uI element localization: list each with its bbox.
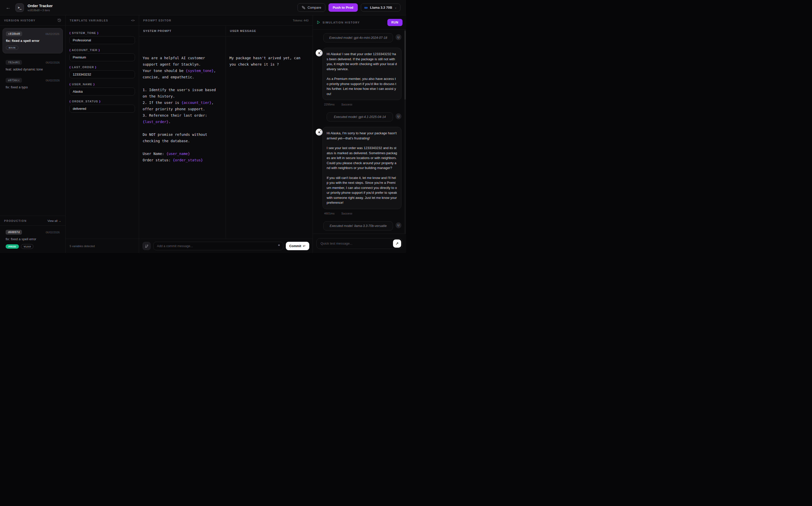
account-tier-field[interactable]	[70, 53, 135, 61]
branch-badge: MAIN	[6, 46, 18, 50]
executed-model-note: Executed model: llama-3.3-70b-versatile	[323, 221, 393, 231]
commit-message-input[interactable]	[154, 242, 283, 250]
user-avatar: U	[396, 34, 401, 40]
token-count: Tokens: 443	[293, 19, 309, 22]
quick-test-bar: ↗	[313, 234, 406, 253]
app-window: ← >_ Order Tracker vc818bd0 • 3 iters Co…	[0, 0, 406, 253]
user-avatar: U	[396, 113, 401, 119]
chevron-down-icon: ⌄	[395, 6, 397, 9]
git-branch-button[interactable]	[142, 242, 151, 250]
variable-label: { LAST_ORDER }	[70, 66, 135, 69]
latency-value: 4601ms	[324, 212, 334, 215]
status-badge: Success	[341, 212, 352, 215]
commit-message: feat: added dynamic tone	[6, 67, 60, 71]
system-prompt-label: SYSTEM PROMPT	[139, 25, 226, 36]
simulation-feed[interactable]: Executed model: gpt-4o-mini-2024-07-18 U…	[313, 29, 406, 234]
executed-model-note: Executed model: gpt-4o-mini-2024-07-18	[323, 33, 393, 43]
executed-model-row: Executed model: gpt-4o-mini-2024-07-18 U	[316, 33, 401, 43]
code-icon[interactable]: <>	[131, 19, 135, 22]
production-item[interactable]: d60897d 06/02/2026 fix: fixed a spell er…	[0, 226, 65, 253]
commit-button[interactable]: Commit ↵	[286, 242, 309, 250]
user-message-label: USER MESSAGE	[226, 25, 313, 36]
template-variables-title: TEMPLATE VARIABLES	[70, 19, 108, 22]
run-button[interactable]: RUN	[387, 19, 403, 26]
template-variables-panel: TEMPLATE VARIABLES <> { SYSTEM_TONE } { …	[66, 15, 139, 253]
assistant-sparkle-avatar: ✦ ✦	[316, 129, 322, 136]
variable-label: { ACCOUNT_TIER }	[70, 49, 135, 52]
send-arrow-icon: ↗	[396, 241, 399, 246]
version-item[interactable]: f82ed61 06/02/2026 feat: added dynamic t…	[0, 60, 65, 71]
template-var-token: {account_tier}	[182, 101, 212, 105]
assistant-response: Hi Alaska, I'm sorry to hear your packag…	[322, 127, 401, 209]
commit-bar: ✦ Commit ↵	[139, 239, 313, 253]
production-title: PRODUCTION	[4, 219, 27, 222]
simulation-history-panel: SIMULATION HISTORY RUN Executed model: g…	[313, 15, 406, 253]
status-badge: Success	[341, 103, 352, 106]
assistant-message-row: ✦ ✦ Hi Alaska! I see that your order 123…	[316, 48, 401, 100]
template-var-token: {last_order}	[143, 120, 169, 124]
page-title: Order Tracker	[27, 4, 53, 8]
run-meta: 2295ms Success	[324, 103, 401, 106]
compare-button[interactable]: Compare	[298, 3, 325, 12]
version-badge: V1.0.0	[21, 244, 33, 249]
last-order-field[interactable]	[70, 71, 135, 78]
commit-message: fix: fixed a spell error	[6, 39, 60, 43]
system-tone-field[interactable]	[70, 36, 135, 44]
system-prompt-editor[interactable]: You are a helpful AI customer support ag…	[139, 36, 226, 182]
model-name: Llama 3.3 70B	[370, 6, 392, 9]
scrollbar-thumb[interactable]	[404, 31, 406, 100]
commit-hash-badge: c818bd0	[6, 31, 22, 36]
commit-date: 06/02/2026	[45, 32, 60, 35]
variable-label: { USER_NAME }	[70, 83, 135, 86]
version-history-panel: VERSION HISTORY c818bd0 06/02/2026 fix: …	[0, 15, 66, 253]
commit-date: 06/02/2026	[46, 61, 60, 64]
executed-model-row: Executed model: llama-3.3-70b-versatile …	[316, 221, 401, 231]
template-var-token: {system_tone}	[186, 69, 214, 73]
order-status-field[interactable]	[70, 105, 135, 112]
commit-message: fix: fixed a spell error	[6, 237, 60, 241]
commit-date: 06/02/2026	[46, 79, 60, 82]
user-message-editor[interactable]: My package hasn't arived yet, can you ch…	[226, 36, 313, 86]
view-all-link[interactable]: View all →	[47, 219, 61, 222]
template-var-token: {user_name}	[167, 152, 190, 156]
variables-detected-status: 5 variables detected	[66, 239, 139, 253]
assistant-message-row: ✦ ✦ Hi Alaska, I'm sorry to hear your pa…	[316, 127, 401, 209]
meta-logo-icon: ∞	[365, 6, 368, 9]
ai-sparkle-icon[interactable]: ✦	[278, 244, 281, 247]
executed-model-note: Executed model: gpt-4.1-2025-04-14	[327, 112, 393, 121]
simulation-history-title: SIMULATION HISTORY	[322, 21, 360, 24]
variable-label: { ORDER_STATUS }	[70, 100, 135, 103]
version-history-title: VERSION HISTORY	[4, 19, 35, 22]
latency-value: 2295ms	[324, 103, 334, 106]
version-item[interactable]: e073dcc 06/02/2026 fix: fixed a typo	[0, 78, 65, 89]
page-subtitle: vc818bd0 • 3 iters	[27, 9, 53, 12]
prompt-editor-title: PROMPT EDITOR	[143, 19, 172, 22]
back-arrow-icon[interactable]: ←	[5, 5, 12, 10]
prompt-editor-panel: PROMPT EDITOR Tokens: 443 SYSTEM PROMPT …	[139, 15, 313, 253]
prod-badge: PROD	[6, 244, 19, 249]
history-icon[interactable]	[58, 18, 61, 22]
quick-test-input[interactable]	[316, 238, 402, 249]
commit-hash-badge: f82ed61	[6, 60, 22, 65]
run-meta: 4601ms Success	[324, 212, 401, 215]
play-icon	[316, 20, 320, 24]
push-to-prod-button[interactable]: Push to Prod	[328, 3, 358, 12]
commit-hash-badge: d60897d	[6, 230, 22, 235]
git-compare-icon	[302, 6, 305, 9]
user-name-field[interactable]	[70, 88, 135, 95]
terminal-icon: >_	[15, 3, 24, 12]
enter-key-icon: ↵	[303, 244, 306, 248]
top-bar: ← >_ Order Tracker vc818bd0 • 3 iters Co…	[0, 0, 406, 15]
send-button[interactable]: ↗	[393, 240, 401, 248]
compare-label: Compare	[307, 6, 321, 9]
assistant-sparkle-avatar: ✦ ✦	[316, 50, 322, 57]
commit-hash-badge: e073dcc	[6, 78, 22, 83]
commit-message: fix: fixed a typo	[6, 85, 60, 89]
version-item-selected[interactable]: c818bd0 06/02/2026 fix: fixed a spell er…	[3, 28, 63, 53]
template-var-token: {order_status}	[173, 158, 203, 162]
user-avatar: U	[396, 222, 401, 228]
executed-model-row: Executed model: gpt-4.1-2025-04-14 U	[316, 112, 401, 121]
variable-label: { SYSTEM_TONE }	[70, 31, 135, 34]
commit-date: 06/02/2026	[46, 231, 60, 234]
model-selector[interactable]: ∞ Llama 3.3 70B ⌄	[361, 4, 400, 11]
